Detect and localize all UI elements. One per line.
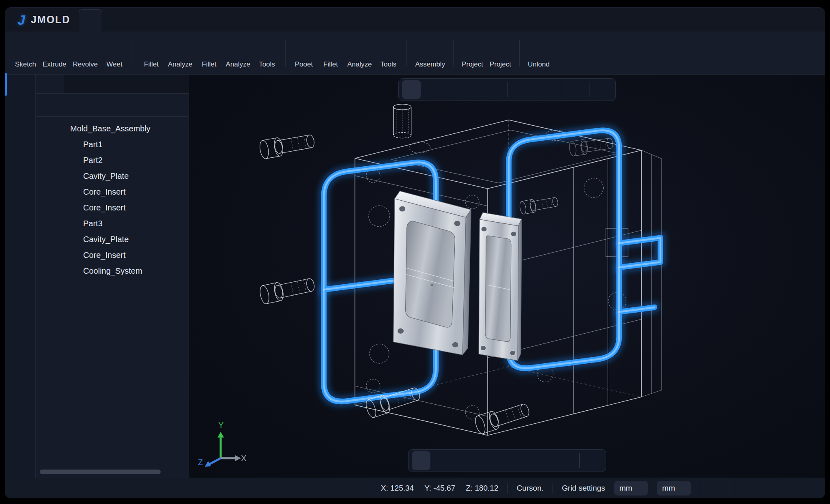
- ribbon-button-project-2[interactable]: Project: [486, 38, 514, 69]
- tree-row-core-insert-2[interactable]: Core_Insert: [36, 200, 189, 216]
- rail-item-inspection[interactable]: [11, 186, 30, 204]
- tab-display-settings[interactable]: [64, 75, 92, 93]
- extrude-box-icon: [45, 39, 64, 58]
- chevron-right-icon[interactable]: [55, 172, 63, 180]
- ribbon-button-sketch[interactable]: Sketch: [12, 38, 39, 69]
- grid-settings-label[interactable]: Grid settings: [562, 484, 605, 493]
- chevron-right-icon[interactable]: [55, 157, 63, 165]
- ribbon-button-unlond[interactable]: Unlond: [525, 38, 553, 69]
- pattern-grid-button[interactable]: [803, 483, 813, 493]
- viewport-3d[interactable]: Y X Z: [189, 75, 825, 478]
- ribbon-button-fillet-2[interactable]: Fillet: [196, 38, 222, 69]
- lasso-select-button[interactable]: [443, 80, 462, 99]
- chevron-right-icon[interactable]: [55, 204, 63, 212]
- tree-row-cavity-plate-1[interactable]: Cavity_Plate: [36, 168, 189, 184]
- move-tool-button[interactable]: [474, 451, 492, 470]
- tab-document-info[interactable]: [92, 75, 121, 93]
- ribbon-button-project-1[interactable]: Project: [458, 38, 486, 69]
- tab-model-tree[interactable]: [36, 75, 64, 93]
- analytics-tool-button[interactable]: [557, 451, 575, 470]
- display-options-button[interactable]: [781, 483, 792, 493]
- ribbon-label: Fillet: [144, 60, 159, 69]
- render-style-button[interactable]: [566, 80, 585, 99]
- unit-select-1[interactable]: mm: [614, 481, 648, 495]
- ribbon-button-pooet[interactable]: Pooet: [290, 38, 317, 69]
- rotate-tool-button[interactable]: [495, 451, 513, 470]
- bell-icon[interactable]: [697, 15, 707, 25]
- tree-filter-button[interactable]: [167, 94, 189, 116]
- circle-select-button[interactable]: [423, 80, 441, 99]
- magnifier-plus-icon: [350, 39, 369, 58]
- ribbon-button-weet[interactable]: Weet: [101, 38, 128, 69]
- chevron-right-icon[interactable]: [55, 188, 63, 196]
- toolbar-separator: [507, 82, 508, 97]
- gear-icon[interactable]: [723, 15, 733, 25]
- ribbon-button-analyze-1[interactable]: Analyze: [165, 38, 196, 69]
- chevron-right-icon[interactable]: [55, 220, 63, 228]
- close-button[interactable]: [802, 15, 813, 25]
- tree-row-cooling-system[interactable]: Cooling_System: [36, 263, 189, 279]
- region-add-button[interactable]: [464, 80, 483, 99]
- tree-row-cavity-plate-2[interactable]: Cavity_Plate: [36, 232, 189, 247]
- ribbon-label: Extrude: [43, 60, 67, 69]
- ribbon-button-extrude[interactable]: Extrude: [39, 38, 70, 69]
- tree-search-input[interactable]: [52, 101, 167, 109]
- tree-row-mold-base-assembly[interactable]: Mold_Base_Assembly: [36, 121, 189, 137]
- main-menu-button[interactable]: [79, 9, 102, 32]
- ribbon-label: Analyze: [226, 60, 250, 69]
- tree-row-part1[interactable]: Part1: [36, 137, 189, 152]
- toolbar-separator: [589, 82, 589, 97]
- unit-value: mm: [619, 484, 632, 493]
- orbit-rotate-icon: [543, 84, 554, 95]
- model-tree: Mold_Base_Assembly Part1 Part2 Cavity_Pl…: [36, 117, 189, 478]
- chevron-right-icon[interactable]: [55, 141, 63, 149]
- toolbar-separator: [579, 453, 580, 468]
- chevron-down-icon: [679, 485, 686, 491]
- core-insert-icon: [67, 203, 78, 213]
- orbit-tool-button[interactable]: [539, 80, 558, 99]
- settings-button[interactable]: [709, 482, 720, 495]
- pan-tool-button[interactable]: [432, 451, 451, 470]
- rail-item-components[interactable]: [11, 103, 30, 121]
- ribbon-button-assembly[interactable]: Assembly: [412, 38, 448, 69]
- maximize-button[interactable]: [776, 15, 786, 25]
- tree-row-part2[interactable]: Part2: [36, 152, 189, 168]
- tree-row-core-insert-1[interactable]: Core_Insert: [36, 184, 189, 200]
- ribbon-group-file: Unlond: [525, 38, 553, 69]
- document-log-button[interactable]: [760, 483, 770, 493]
- chevron-down-icon[interactable]: [42, 125, 50, 133]
- link-tool-button[interactable]: [584, 451, 602, 470]
- chevron-right-icon[interactable]: [55, 236, 63, 244]
- folder-closed-icon: [529, 39, 548, 58]
- active-indicator: [5, 73, 7, 96]
- svg-text:Y: Y: [218, 420, 224, 429]
- section-flip-button[interactable]: [593, 80, 612, 99]
- cavity-grid-icon: [67, 234, 78, 245]
- ribbon-button-fillet-1[interactable]: Fillet: [138, 38, 165, 69]
- cursor-mode-label: Curson.: [517, 484, 544, 493]
- horizontal-scrollbar[interactable]: [40, 470, 161, 474]
- rail-item-connections[interactable]: [11, 158, 30, 176]
- ribbon-button-fillet-3[interactable]: Fillet: [317, 38, 344, 69]
- zoom-tool-button[interactable]: [453, 451, 472, 470]
- select-tool-button[interactable]: [412, 451, 430, 470]
- chevron-right-icon[interactable]: [55, 267, 63, 275]
- grid-display-button[interactable]: [512, 80, 537, 99]
- tree-row-part3[interactable]: Part3: [36, 216, 189, 232]
- ribbon-button-tools-2[interactable]: Tools: [375, 38, 402, 69]
- export-button[interactable]: [738, 483, 749, 493]
- duplicate-tool-button[interactable]: [536, 451, 555, 470]
- unit-select-2[interactable]: mm: [657, 481, 691, 495]
- ribbon-button-analyze-2[interactable]: Analyze: [222, 38, 253, 69]
- minimize-button[interactable]: [750, 15, 760, 25]
- transform-tool-button[interactable]: [485, 80, 503, 99]
- select-tool-button[interactable]: [402, 80, 421, 99]
- rail-item-documents[interactable]: [11, 75, 30, 93]
- ribbon-button-tools-1[interactable]: Tools: [254, 38, 280, 69]
- chevron-right-icon[interactable]: [55, 251, 63, 260]
- ribbon-button-analyze-3[interactable]: Analyze: [344, 38, 375, 69]
- ribbon-button-revolve[interactable]: Revolve: [70, 38, 101, 69]
- annotate-tool-button[interactable]: [515, 451, 534, 470]
- tree-row-core-insert-3[interactable]: Core_Insert: [36, 247, 189, 263]
- rail-item-layers[interactable]: [11, 131, 30, 148]
